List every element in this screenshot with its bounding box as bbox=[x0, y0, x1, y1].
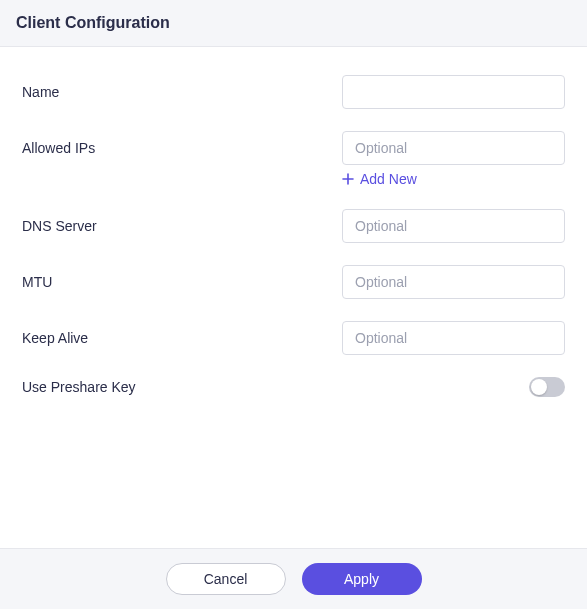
addnew-spacer bbox=[22, 171, 342, 187]
label-keep-alive: Keep Alive bbox=[22, 330, 342, 346]
row-mtu: MTU bbox=[22, 265, 565, 299]
add-new-label: Add New bbox=[360, 171, 417, 187]
keep-alive-input[interactable] bbox=[342, 321, 565, 355]
dns-server-input[interactable] bbox=[342, 209, 565, 243]
preshare-key-toggle[interactable] bbox=[529, 377, 565, 397]
apply-button[interactable]: Apply bbox=[302, 563, 422, 595]
label-mtu: MTU bbox=[22, 274, 342, 290]
toggle-knob bbox=[531, 379, 547, 395]
allowed-ips-input[interactable] bbox=[342, 131, 565, 165]
form-content: Name Allowed IPs Add New DNS Server MTU … bbox=[0, 47, 587, 548]
row-keep-alive: Keep Alive bbox=[22, 321, 565, 355]
mtu-input[interactable] bbox=[342, 265, 565, 299]
cancel-button[interactable]: Cancel bbox=[166, 563, 286, 595]
dialog-footer: Cancel Apply bbox=[0, 548, 587, 609]
name-input[interactable] bbox=[342, 75, 565, 109]
dialog-header: Client Configuration bbox=[0, 0, 587, 47]
row-dns-server: DNS Server bbox=[22, 209, 565, 243]
label-allowed-ips: Allowed IPs bbox=[22, 140, 342, 156]
label-preshare-key: Use Preshare Key bbox=[22, 379, 529, 395]
label-dns-server: DNS Server bbox=[22, 218, 342, 234]
row-name: Name bbox=[22, 75, 565, 109]
row-allowed-ips: Allowed IPs bbox=[22, 131, 565, 165]
plus-icon bbox=[342, 173, 354, 185]
dialog-title: Client Configuration bbox=[16, 14, 571, 32]
add-new-button[interactable]: Add New bbox=[342, 171, 417, 187]
row-add-new: Add New bbox=[22, 171, 565, 187]
label-name: Name bbox=[22, 84, 342, 100]
row-preshare-key: Use Preshare Key bbox=[22, 377, 565, 397]
